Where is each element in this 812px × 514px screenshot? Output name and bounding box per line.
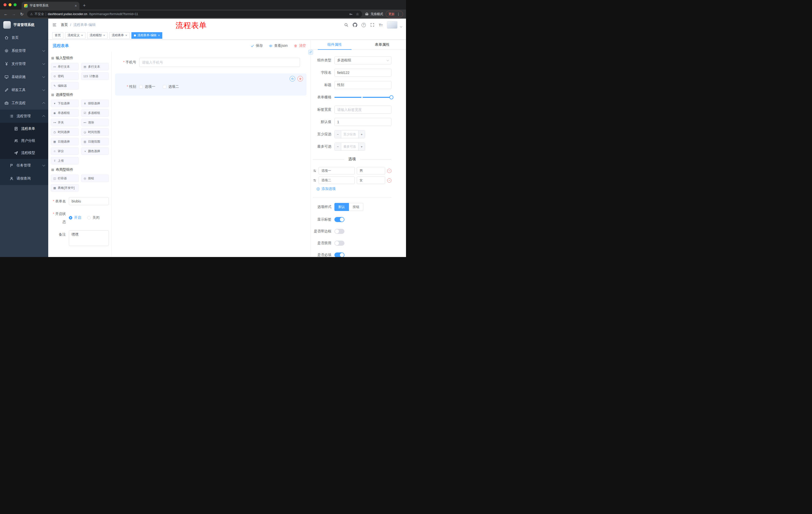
component-chip-table[interactable]: ▩表格[开发中]	[51, 184, 79, 192]
sidebar-item-leave-query[interactable]: 请假查询	[0, 172, 48, 185]
delete-field-button[interactable]	[297, 76, 303, 81]
component-chip-button[interactable]: ◎按钮	[81, 174, 109, 182]
address-bar[interactable]: ⚠ 不安全 dashboard.yudao.iocoder.cn/bpm/man…	[27, 10, 362, 18]
with-border-toggle[interactable]	[335, 229, 344, 234]
component-chip-select[interactable]: ▾下拉选择	[51, 100, 79, 107]
sidebar-item-dev-tools[interactable]: 研发工具	[0, 83, 48, 97]
style-button-button[interactable]: 按钮	[349, 203, 363, 211]
tab-close-icon[interactable]: ×	[75, 4, 77, 7]
slider-track[interactable]	[335, 97, 392, 98]
chevron-down-icon[interactable]	[400, 25, 403, 27]
tag-home[interactable]: 首页	[52, 32, 63, 39]
status-on-radio[interactable]: 开启	[69, 216, 81, 220]
component-chip-multi-line-text[interactable]: ▤多行文本	[81, 63, 109, 71]
sidebar-item-process-model[interactable]: 流程模型	[0, 147, 48, 159]
bookmark-star-icon[interactable]: ☆	[356, 12, 359, 16]
component-chip-rate[interactable]: ☆评分	[51, 147, 79, 155]
sidebar-item-system-management[interactable]: 系统管理	[0, 44, 48, 57]
phone-input[interactable]	[139, 58, 300, 67]
show-label-toggle[interactable]	[335, 217, 344, 222]
component-chip-row-container[interactable]: ◫行容器	[51, 174, 79, 182]
view-json-button[interactable]: 查看json	[269, 44, 288, 48]
tag-process-definition[interactable]: 流程定义 ×	[65, 32, 85, 39]
option-label-input[interactable]	[319, 177, 355, 184]
component-chip-time-range[interactable]: ◶时间范围	[81, 128, 109, 136]
field-gender-selected[interactable]: 性别 选项一 选项二	[115, 74, 307, 96]
component-chip-password[interactable]: ⊙密码	[51, 73, 79, 80]
clear-button[interactable]: 清空	[294, 44, 306, 48]
sidebar-item-task-management[interactable]: 任务管理	[0, 159, 48, 172]
required-toggle[interactable]	[335, 252, 344, 257]
field-name-input[interactable]	[335, 69, 392, 77]
save-button[interactable]: 保存	[251, 44, 263, 48]
default-value-input[interactable]	[335, 118, 392, 126]
option-value-input[interactable]	[357, 177, 385, 184]
copy-field-button[interactable]	[290, 76, 295, 81]
min-select-input[interactable]	[341, 131, 358, 138]
remove-option-icon[interactable]: −	[387, 169, 392, 173]
drag-option-icon[interactable]	[313, 179, 317, 182]
component-chip-time-picker[interactable]: ◷时间选择	[51, 128, 79, 136]
slider-handle[interactable]	[389, 95, 394, 99]
sidebar-item-process-form[interactable]: 流程表单	[0, 123, 48, 135]
component-chip-slider[interactable]: ⊷滑块	[81, 119, 109, 126]
field-phone[interactable]: 手机号	[115, 58, 307, 67]
max-select-input[interactable]	[341, 143, 358, 151]
grid-slider[interactable]	[335, 93, 392, 101]
tab-component-props[interactable]: 组件属性	[311, 40, 358, 50]
avatar[interactable]	[387, 21, 398, 29]
tag-close-icon[interactable]: ×	[158, 34, 160, 37]
sidebar-item-infrastructure[interactable]: 基础设施	[0, 71, 48, 83]
component-chip-single-line-text[interactable]: ▭单行文本	[51, 63, 79, 71]
update-button[interactable]: 更新 ⋮	[386, 11, 403, 17]
gender-option-2-checkbox[interactable]: 选项二	[163, 84, 179, 89]
font-size-icon[interactable]: TT	[379, 23, 383, 27]
component-chip-color-picker[interactable]: ◑颜色选择	[81, 147, 109, 155]
component-chip-radio-group[interactable]: ◉单选框组	[51, 109, 79, 117]
sidebar-item-user-groups[interactable]: 用户分组	[0, 135, 48, 147]
zoom-window-button[interactable]	[13, 3, 17, 6]
status-off-radio[interactable]: 关闭	[87, 216, 99, 220]
link-icon[interactable]	[308, 50, 313, 55]
drag-option-icon[interactable]	[313, 169, 317, 173]
option-value-input[interactable]	[357, 167, 385, 174]
component-chip-date-range[interactable]: ▥日期范围	[81, 138, 109, 145]
tag-close-icon[interactable]: ×	[125, 34, 127, 37]
tag-process-model[interactable]: 流程模型 ×	[87, 32, 108, 39]
add-option-button[interactable]: 添加选项	[316, 187, 392, 191]
component-chip-editor[interactable]: ✎编辑器	[51, 82, 79, 89]
sidebar-item-home[interactable]: 首页	[0, 31, 48, 44]
form-canvas[interactable]: 手机号	[112, 52, 311, 257]
style-default-button[interactable]: 默认	[335, 203, 349, 211]
component-chip-switch[interactable]: ⊶开关	[51, 119, 79, 126]
github-icon[interactable]	[353, 23, 357, 27]
tag-close-icon[interactable]: ×	[81, 34, 83, 37]
increment-button[interactable]: +	[358, 143, 365, 151]
tab-form-props[interactable]: 表单属性	[358, 40, 406, 50]
forward-button[interactable]: →	[11, 12, 17, 16]
component-chip-date-picker[interactable]: ▦日期选择	[51, 138, 79, 145]
increment-button[interactable]: +	[358, 131, 365, 138]
sidebar-item-process-management[interactable]: 流程管理	[0, 110, 48, 123]
component-chip-counter[interactable]: 123计数器	[81, 73, 109, 80]
option-label-input[interactable]	[319, 167, 355, 174]
tag-close-icon[interactable]: ×	[103, 34, 105, 37]
form-remark-textarea[interactable]: 嘿嘿	[69, 231, 109, 246]
tag-process-form-edit[interactable]: 流程表单-编辑 ×	[132, 32, 162, 39]
key-icon[interactable]	[349, 12, 353, 16]
disabled-toggle[interactable]	[335, 241, 344, 246]
sidebar-item-payment-management[interactable]: 支付管理	[0, 57, 48, 71]
sidebar-item-workflow[interactable]: 工作流程	[0, 97, 48, 110]
form-name-input[interactable]	[69, 197, 109, 205]
back-button[interactable]: ←	[3, 12, 8, 16]
component-chip-cascader[interactable]: ⋔级联选择	[81, 100, 109, 107]
minimize-window-button[interactable]	[8, 3, 11, 6]
remove-option-icon[interactable]: −	[387, 178, 392, 183]
browser-tab[interactable]: 芋道管理系统 ×	[22, 2, 79, 9]
close-window-button[interactable]	[3, 3, 6, 6]
browser-menu-icon[interactable]: ⋮	[397, 12, 400, 16]
hamburger-icon[interactable]	[52, 23, 57, 27]
component-chip-checkbox-group[interactable]: ☑多选框组	[81, 109, 109, 117]
decrement-button[interactable]: −	[335, 131, 341, 138]
gender-option-1-checkbox[interactable]: 选项一	[139, 84, 155, 89]
